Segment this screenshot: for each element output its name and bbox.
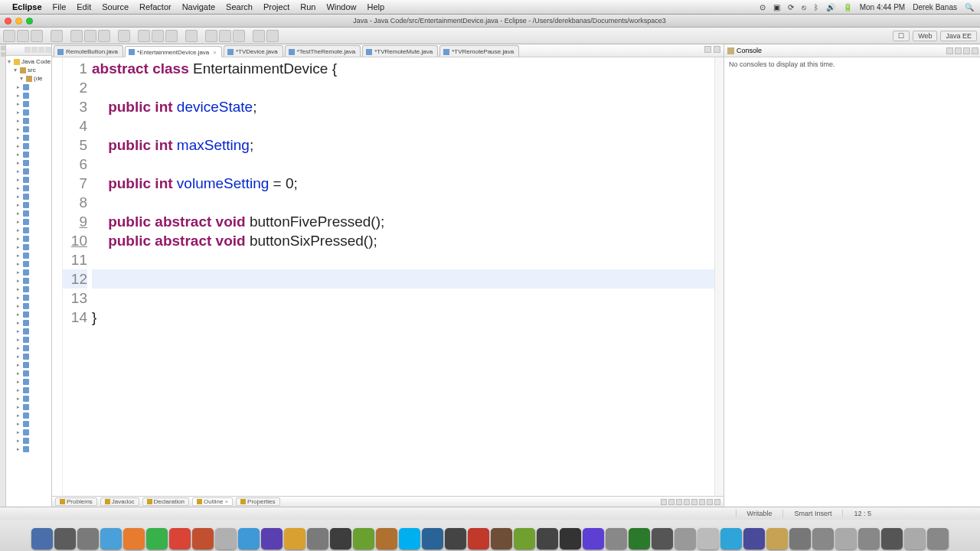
- dock-app-icon[interactable]: [583, 528, 604, 549]
- dock-app-icon[interactable]: [307, 528, 328, 549]
- perspective-web[interactable]: Web: [913, 31, 937, 41]
- tree-file-node[interactable]: ▸: [6, 167, 51, 175]
- tree-file-node[interactable]: ▸: [6, 335, 51, 344]
- view-toolbar-button[interactable]: [668, 499, 675, 505]
- view-tab-declaration[interactable]: Declaration: [142, 497, 189, 506]
- save-all-button[interactable]: [31, 30, 43, 42]
- console-toolbar-button[interactable]: [946, 47, 953, 54]
- dock-app-icon[interactable]: [31, 528, 53, 549]
- menu-project[interactable]: Project: [263, 2, 289, 11]
- menu-edit[interactable]: Edit: [77, 2, 91, 11]
- menu-file[interactable]: File: [53, 2, 67, 11]
- dock-app-icon[interactable]: [468, 528, 489, 549]
- tree-file-node[interactable]: ▸: [6, 445, 51, 453]
- back-button[interactable]: [253, 30, 265, 42]
- zoom-window-button[interactable]: [26, 18, 33, 24]
- dock-app-icon[interactable]: [720, 528, 742, 549]
- tree-file-node[interactable]: ▸: [6, 285, 51, 293]
- tree-file-node[interactable]: ▸: [6, 108, 51, 116]
- tree-file-node[interactable]: ▸: [6, 91, 51, 99]
- menu-search[interactable]: Search: [226, 2, 253, 11]
- dock-app-icon[interactable]: [330, 528, 351, 549]
- package-explorer[interactable]: ▾Java Code ▾src ▾(de ▸▸▸▸▸▸▸▸▸▸▸▸▸▸▸▸▸▸▸…: [6, 44, 52, 507]
- dock-app-icon[interactable]: [422, 528, 443, 549]
- maximize-editor-icon[interactable]: [714, 46, 720, 53]
- dock-app-icon[interactable]: [904, 528, 926, 549]
- editor-tab[interactable]: RemoteButton.java: [54, 45, 123, 57]
- dock-app-icon[interactable]: [789, 528, 811, 549]
- dock-app-icon[interactable]: [881, 528, 903, 549]
- dock-app-icon[interactable]: [445, 528, 466, 549]
- editor-tab[interactable]: *TestTheRemote.java: [285, 45, 361, 57]
- tree-file-node[interactable]: ▸: [6, 411, 51, 419]
- dock-app-icon[interactable]: [77, 528, 99, 549]
- view-tab-outline[interactable]: Outline ×: [192, 497, 233, 506]
- tree-file-node[interactable]: ▸: [6, 419, 51, 428]
- dock-app-icon[interactable]: [192, 528, 214, 549]
- menu-source[interactable]: Source: [102, 2, 129, 11]
- forward-button[interactable]: [266, 30, 279, 42]
- src-node[interactable]: ▾src: [6, 66, 51, 74]
- menubar-icon[interactable]: ▣: [773, 3, 780, 11]
- run-button[interactable]: [84, 30, 96, 42]
- editor-tab[interactable]: *TVRemoteMute.java: [362, 45, 438, 57]
- tree-file-node[interactable]: ▸: [6, 369, 51, 377]
- dock-app-icon[interactable]: [697, 528, 719, 549]
- tree-file-node[interactable]: ▸: [6, 327, 51, 335]
- menu-refactor[interactable]: Refactor: [139, 2, 172, 11]
- menubar-icon[interactable]: ⟳: [788, 3, 794, 11]
- tree-file-node[interactable]: ▸: [6, 133, 51, 142]
- tree-file-node[interactable]: ▸: [6, 251, 51, 259]
- tree-file-node[interactable]: ▸: [6, 403, 51, 411]
- dock-app-icon[interactable]: [353, 528, 374, 549]
- dock-app-icon[interactable]: [215, 528, 237, 549]
- tree-file-node[interactable]: ▸: [6, 377, 51, 386]
- tree-file-node[interactable]: ▸: [6, 344, 51, 352]
- volume-icon[interactable]: 🔊: [826, 3, 835, 11]
- tree-file-node[interactable]: ▸: [6, 394, 51, 403]
- tree-file-node[interactable]: ▸: [6, 175, 51, 184]
- toolbar-button[interactable]: [51, 30, 63, 42]
- editor-tab[interactable]: *EntertainmentDevice.java×: [125, 46, 222, 57]
- maximize-view-icon[interactable]: [714, 499, 720, 505]
- toolbar-button[interactable]: [118, 30, 130, 42]
- tree-file-node[interactable]: ▸: [6, 259, 51, 268]
- dock-app-icon[interactable]: [743, 528, 765, 549]
- dock-app-icon[interactable]: [606, 528, 627, 549]
- tree-file-node[interactable]: ▸: [6, 318, 51, 327]
- menubar-icon[interactable]: ⊙: [760, 3, 766, 11]
- clock[interactable]: Mon 4:44 PM: [860, 3, 905, 11]
- dock-app-icon[interactable]: [399, 528, 420, 549]
- dock-app-icon[interactable]: [491, 528, 512, 549]
- tree-file-node[interactable]: ▸: [6, 268, 51, 276]
- open-type-button[interactable]: [185, 30, 198, 42]
- minimize-view-icon[interactable]: [963, 47, 970, 54]
- perspective-javaee[interactable]: Java EE: [940, 31, 977, 41]
- toolbar-button[interactable]: [219, 30, 231, 42]
- search-button[interactable]: [205, 30, 217, 42]
- tree-file-node[interactable]: ▸: [6, 234, 51, 243]
- new-package-button[interactable]: [138, 30, 150, 42]
- dock-app-icon[interactable]: [54, 528, 76, 549]
- tree-file-node[interactable]: ▸: [6, 116, 51, 125]
- dock-app-icon[interactable]: [652, 528, 673, 549]
- toolbar-button[interactable]: [233, 30, 245, 42]
- package-node[interactable]: ▾(de: [6, 74, 51, 83]
- dock-app-icon[interactable]: [169, 528, 191, 549]
- bluetooth-icon[interactable]: ᛒ: [814, 3, 818, 11]
- save-button[interactable]: [17, 30, 29, 42]
- new-button[interactable]: [3, 30, 15, 42]
- view-tab-javadoc[interactable]: Javadoc: [100, 497, 139, 506]
- minimize-editor-icon[interactable]: [704, 46, 711, 53]
- tree-file-node[interactable]: ▸: [6, 436, 51, 445]
- menu-help[interactable]: Help: [368, 2, 385, 11]
- dock-app-icon[interactable]: [675, 528, 696, 549]
- dock-app-icon[interactable]: [766, 528, 788, 549]
- project-node[interactable]: ▾Java Code: [6, 57, 51, 66]
- tree-file-node[interactable]: ▸: [6, 226, 51, 234]
- close-window-button[interactable]: [5, 18, 11, 24]
- menu-run[interactable]: Run: [300, 2, 315, 11]
- new-class-button[interactable]: [152, 30, 164, 42]
- tree-file-node[interactable]: ▸: [6, 150, 51, 158]
- tree-file-node[interactable]: ▸: [6, 276, 51, 285]
